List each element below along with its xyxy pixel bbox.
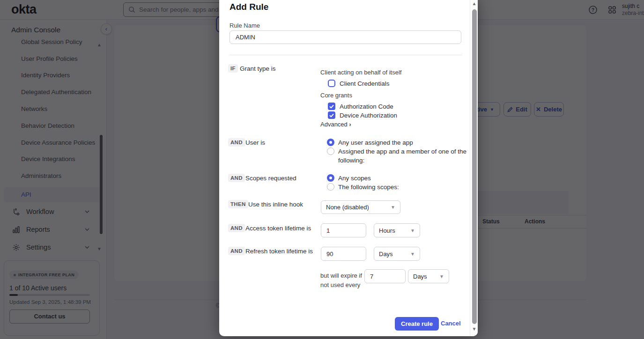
and-badge: AND	[228, 247, 245, 255]
rule-name-label: Rule Name	[229, 22, 260, 29]
authorization-code-label: Authorization Code	[340, 103, 393, 110]
check-icon	[328, 103, 335, 110]
caret-down-icon: ▼	[391, 205, 395, 210]
device-authorization-checkbox[interactable]	[328, 111, 335, 119]
any-user-radio[interactable]	[327, 139, 334, 146]
access-token-value-input[interactable]	[321, 223, 366, 237]
and-badge: AND	[228, 174, 245, 182]
any-user-label: Any user assigned the app	[338, 139, 413, 146]
expire-unit-value: Days	[413, 273, 427, 280]
advanced-label: Advanced	[320, 121, 348, 128]
expire-value-input[interactable]	[364, 269, 406, 283]
expire-label-line2: not used every	[320, 281, 360, 288]
modal-divider	[229, 55, 462, 55]
device-authorization-label: Device Authorization	[340, 112, 397, 119]
rule-name-input[interactable]	[229, 30, 461, 44]
and-badge: AND	[228, 138, 245, 147]
and-badge: AND	[228, 224, 245, 232]
access-token-label: Access token lifetime is	[245, 225, 311, 232]
scopes-requested-label: Scopes requested	[245, 175, 296, 182]
refresh-token-unit-value: Days	[379, 251, 393, 258]
cancel-button[interactable]: Cancel	[441, 320, 461, 327]
access-token-unit-value: Hours	[379, 227, 395, 234]
assigned-member-radio[interactable]	[327, 147, 334, 155]
expire-label-line1: but will expire if	[320, 272, 362, 279]
then-badge: THEN	[228, 200, 248, 208]
following-scopes-label: The following scopes:	[338, 184, 399, 191]
modal-title: Add Rule	[229, 2, 268, 12]
client-credentials-label: Client Credentials	[340, 80, 390, 87]
client-group-label: Client acting on behalf of itself	[320, 69, 401, 76]
any-scopes-label: Any scopes	[338, 175, 371, 182]
following-scopes-radio[interactable]	[327, 183, 334, 191]
add-rule-modal: Add Rule Rule Name IF Grant type is Clie…	[219, 0, 478, 336]
modal-scrollbar[interactable]: ▲ ▼	[470, 0, 478, 336]
refresh-token-label: Refresh token lifetime is	[245, 248, 313, 255]
access-token-unit-select[interactable]: Hours ▼	[374, 223, 420, 237]
client-credentials-checkbox[interactable]	[328, 80, 335, 87]
caret-down-icon: ▼	[410, 228, 415, 233]
advanced-link[interactable]: Advanced ›	[320, 121, 351, 128]
inline-hook-value: None (disabled)	[326, 204, 369, 211]
core-grants-label: Core grants	[320, 92, 352, 99]
scroll-down-icon[interactable]: ▼	[471, 326, 477, 332]
scroll-up-icon[interactable]: ▲	[471, 1, 477, 6]
caret-down-icon: ▼	[439, 274, 444, 279]
any-scopes-radio[interactable]	[327, 174, 334, 182]
inline-hook-select[interactable]: None (disabled) ▼	[321, 200, 400, 214]
refresh-token-unit-select[interactable]: Days ▼	[374, 247, 420, 261]
grant-type-label: Grant type is	[240, 65, 276, 72]
check-icon	[328, 111, 335, 119]
assigned-member-label-line2: following:	[338, 157, 364, 164]
chevron-right-icon: ›	[349, 121, 351, 128]
inline-hook-label: Use this inline hook	[248, 201, 303, 208]
if-badge: IF	[228, 64, 238, 73]
expire-unit-select[interactable]: Days ▼	[408, 269, 449, 283]
authorization-code-checkbox[interactable]	[328, 103, 335, 110]
okta-admin-console: okta Search for people, apps and grou ? …	[0, 0, 644, 339]
assigned-member-label-line1: Assigned the app and a member of one of …	[338, 148, 466, 155]
create-rule-button[interactable]: Create rule	[395, 317, 439, 331]
caret-down-icon: ▼	[410, 251, 415, 257]
refresh-token-value-input[interactable]	[321, 247, 366, 261]
modal-scrollbar-thumb[interactable]	[472, 9, 477, 324]
user-is-label: User is	[245, 139, 265, 146]
